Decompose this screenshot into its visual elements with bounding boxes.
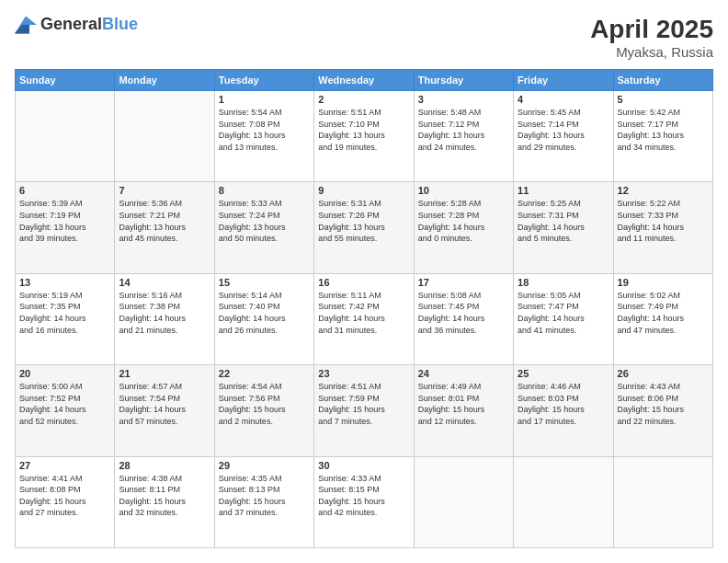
day-number: 1 — [219, 94, 310, 105]
header-monday: Monday — [115, 70, 214, 91]
header-sunday: Sunday — [16, 70, 115, 91]
day-info: Sunrise: 5:28 AM Sunset: 7:28 PM Dayligh… — [418, 198, 509, 244]
calendar-cell: 28Sunrise: 4:38 AM Sunset: 8:11 PM Dayli… — [115, 456, 214, 547]
day-info: Sunrise: 5:31 AM Sunset: 7:26 PM Dayligh… — [318, 198, 409, 244]
day-info: Sunrise: 5:00 AM Sunset: 7:52 PM Dayligh… — [19, 381, 110, 427]
calendar-cell: 27Sunrise: 4:41 AM Sunset: 8:08 PM Dayli… — [16, 456, 115, 547]
day-number: 7 — [119, 185, 210, 196]
day-info: Sunrise: 4:41 AM Sunset: 8:08 PM Dayligh… — [19, 473, 110, 519]
day-info: Sunrise: 4:43 AM Sunset: 8:06 PM Dayligh… — [618, 381, 709, 427]
calendar-cell: 13Sunrise: 5:19 AM Sunset: 7:35 PM Dayli… — [16, 273, 115, 364]
header-thursday: Thursday — [414, 70, 513, 91]
header: GeneralBlue April 2025 Myaksa, Russia — [15, 15, 713, 60]
day-number: 14 — [119, 277, 210, 288]
day-number: 11 — [518, 185, 609, 196]
day-info: Sunrise: 5:33 AM Sunset: 7:24 PM Dayligh… — [219, 198, 310, 244]
calendar-cell: 25Sunrise: 4:46 AM Sunset: 8:03 PM Dayli… — [514, 365, 613, 456]
calendar-cell — [514, 456, 613, 547]
svg-marker-1 — [15, 25, 29, 34]
day-info: Sunrise: 4:38 AM Sunset: 8:11 PM Dayligh… — [119, 473, 210, 519]
day-info: Sunrise: 5:42 AM Sunset: 7:17 PM Dayligh… — [618, 107, 709, 153]
calendar-cell: 20Sunrise: 5:00 AM Sunset: 7:52 PM Dayli… — [16, 365, 115, 456]
day-number: 10 — [418, 185, 509, 196]
day-info: Sunrise: 5:16 AM Sunset: 7:38 PM Dayligh… — [119, 290, 210, 336]
location-title: Myaksa, Russia — [590, 44, 713, 60]
day-info: Sunrise: 5:11 AM Sunset: 7:42 PM Dayligh… — [318, 290, 409, 336]
header-wednesday: Wednesday — [314, 70, 414, 91]
calendar-cell — [414, 456, 513, 547]
calendar-week-row: 1Sunrise: 5:54 AM Sunset: 7:08 PM Daylig… — [16, 91, 713, 182]
header-friday: Friday — [514, 70, 613, 91]
day-info: Sunrise: 5:19 AM Sunset: 7:35 PM Dayligh… — [19, 290, 110, 336]
calendar-cell: 1Sunrise: 5:54 AM Sunset: 7:08 PM Daylig… — [214, 91, 313, 182]
day-info: Sunrise: 5:51 AM Sunset: 7:10 PM Dayligh… — [318, 107, 409, 153]
logo-blue: Blue — [102, 15, 138, 33]
calendar-cell — [115, 91, 214, 182]
logo-icon — [15, 16, 37, 34]
day-number: 26 — [618, 368, 709, 379]
day-info: Sunrise: 5:54 AM Sunset: 7:08 PM Dayligh… — [219, 107, 310, 153]
calendar-cell: 17Sunrise: 5:08 AM Sunset: 7:45 PM Dayli… — [414, 273, 513, 364]
calendar-cell: 29Sunrise: 4:35 AM Sunset: 8:13 PM Dayli… — [214, 456, 313, 547]
calendar-cell — [613, 456, 712, 547]
day-info: Sunrise: 5:45 AM Sunset: 7:14 PM Dayligh… — [518, 107, 609, 153]
calendar-week-row: 6Sunrise: 5:39 AM Sunset: 7:19 PM Daylig… — [16, 182, 713, 273]
day-info: Sunrise: 5:05 AM Sunset: 7:47 PM Dayligh… — [518, 290, 609, 336]
calendar-week-row: 27Sunrise: 4:41 AM Sunset: 8:08 PM Dayli… — [16, 456, 713, 547]
header-saturday: Saturday — [613, 70, 712, 91]
day-number: 12 — [618, 185, 709, 196]
day-number: 21 — [119, 368, 210, 379]
calendar-cell: 22Sunrise: 4:54 AM Sunset: 7:56 PM Dayli… — [214, 365, 313, 456]
calendar-cell: 21Sunrise: 4:57 AM Sunset: 7:54 PM Dayli… — [115, 365, 214, 456]
month-title: April 2025 — [590, 15, 713, 44]
day-number: 19 — [618, 277, 709, 288]
day-number: 5 — [618, 94, 709, 105]
calendar-cell: 7Sunrise: 5:36 AM Sunset: 7:21 PM Daylig… — [115, 182, 214, 273]
day-number: 18 — [518, 277, 609, 288]
day-number: 27 — [19, 460, 110, 471]
day-number: 15 — [219, 277, 310, 288]
logo-general: General — [40, 15, 102, 33]
day-info: Sunrise: 4:54 AM Sunset: 7:56 PM Dayligh… — [219, 381, 310, 427]
calendar-cell: 5Sunrise: 5:42 AM Sunset: 7:17 PM Daylig… — [613, 91, 712, 182]
header-tuesday: Tuesday — [214, 70, 313, 91]
day-number: 16 — [318, 277, 409, 288]
calendar-cell: 9Sunrise: 5:31 AM Sunset: 7:26 PM Daylig… — [314, 182, 414, 273]
day-info: Sunrise: 5:36 AM Sunset: 7:21 PM Dayligh… — [119, 198, 210, 244]
calendar-cell: 15Sunrise: 5:14 AM Sunset: 7:40 PM Dayli… — [214, 273, 313, 364]
calendar-cell: 10Sunrise: 5:28 AM Sunset: 7:28 PM Dayli… — [414, 182, 513, 273]
calendar-cell: 26Sunrise: 4:43 AM Sunset: 8:06 PM Dayli… — [613, 365, 712, 456]
title-block: April 2025 Myaksa, Russia — [590, 15, 713, 60]
day-info: Sunrise: 5:02 AM Sunset: 7:49 PM Dayligh… — [618, 290, 709, 336]
calendar-week-row: 13Sunrise: 5:19 AM Sunset: 7:35 PM Dayli… — [16, 273, 713, 364]
day-number: 17 — [418, 277, 509, 288]
day-info: Sunrise: 4:35 AM Sunset: 8:13 PM Dayligh… — [219, 473, 310, 519]
calendar-cell: 11Sunrise: 5:25 AM Sunset: 7:31 PM Dayli… — [514, 182, 613, 273]
day-info: Sunrise: 4:33 AM Sunset: 8:15 PM Dayligh… — [318, 473, 409, 519]
day-info: Sunrise: 5:08 AM Sunset: 7:45 PM Dayligh… — [418, 290, 509, 336]
day-number: 25 — [518, 368, 609, 379]
calendar-cell: 16Sunrise: 5:11 AM Sunset: 7:42 PM Dayli… — [314, 273, 414, 364]
day-info: Sunrise: 4:51 AM Sunset: 7:59 PM Dayligh… — [318, 381, 409, 427]
calendar-cell: 8Sunrise: 5:33 AM Sunset: 7:24 PM Daylig… — [214, 182, 313, 273]
day-info: Sunrise: 5:48 AM Sunset: 7:12 PM Dayligh… — [418, 107, 509, 153]
calendar-week-row: 20Sunrise: 5:00 AM Sunset: 7:52 PM Dayli… — [16, 365, 713, 456]
page: GeneralBlue April 2025 Myaksa, Russia Su… — [0, 0, 728, 563]
day-number: 24 — [418, 368, 509, 379]
day-info: Sunrise: 4:57 AM Sunset: 7:54 PM Dayligh… — [119, 381, 210, 427]
day-number: 13 — [19, 277, 110, 288]
calendar-cell: 6Sunrise: 5:39 AM Sunset: 7:19 PM Daylig… — [16, 182, 115, 273]
calendar-cell: 30Sunrise: 4:33 AM Sunset: 8:15 PM Dayli… — [314, 456, 414, 547]
day-info: Sunrise: 5:25 AM Sunset: 7:31 PM Dayligh… — [518, 198, 609, 244]
day-number: 20 — [19, 368, 110, 379]
day-number: 30 — [318, 460, 409, 471]
day-info: Sunrise: 5:14 AM Sunset: 7:40 PM Dayligh… — [219, 290, 310, 336]
day-number: 28 — [119, 460, 210, 471]
calendar-cell: 19Sunrise: 5:02 AM Sunset: 7:49 PM Dayli… — [613, 273, 712, 364]
day-info: Sunrise: 4:46 AM Sunset: 8:03 PM Dayligh… — [518, 381, 609, 427]
calendar-cell: 24Sunrise: 4:49 AM Sunset: 8:01 PM Dayli… — [414, 365, 513, 456]
day-number: 4 — [518, 94, 609, 105]
calendar-cell: 4Sunrise: 5:45 AM Sunset: 7:14 PM Daylig… — [514, 91, 613, 182]
calendar-cell — [16, 91, 115, 182]
calendar-cell: 23Sunrise: 4:51 AM Sunset: 7:59 PM Dayli… — [314, 365, 414, 456]
